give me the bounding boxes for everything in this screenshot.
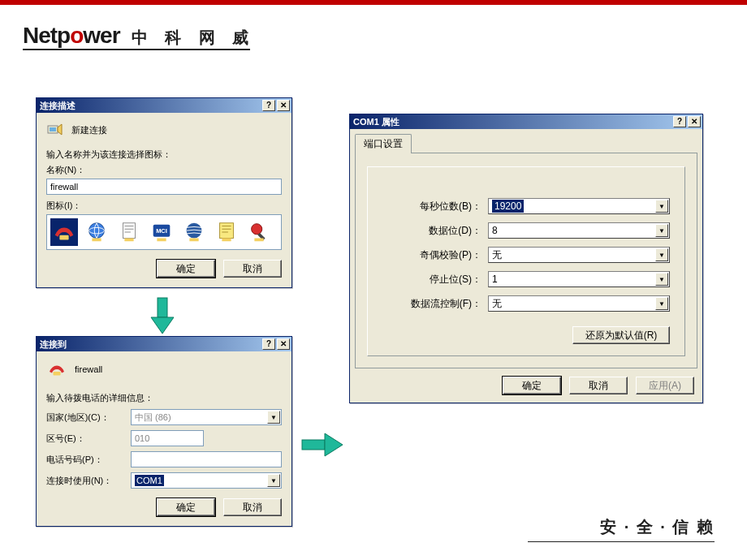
area-input[interactable] xyxy=(131,430,204,446)
prompt-text: 输入待拨电话的详细信息： xyxy=(46,392,282,404)
databits-label: 数据位(D)： xyxy=(382,224,488,238)
svg-marker-22 xyxy=(325,433,343,456)
restore-row: 还原为默认值(R) xyxy=(382,326,670,344)
bps-value: 19200 xyxy=(492,200,524,213)
icon-option-doc[interactable] xyxy=(115,218,143,246)
phone-row: 电话号码(P)： xyxy=(46,451,282,467)
name-label: 名称(N)： xyxy=(46,164,282,176)
icon-option-mag[interactable] xyxy=(245,218,273,246)
dialog-com1-properties: COM1 属性 ? ✕ 端口设置 每秒位数(B)： 19200 ▼ xyxy=(349,114,703,403)
brand-net-part2: wer xyxy=(83,23,119,48)
ok-button[interactable]: 确定 xyxy=(503,377,561,394)
databits-select[interactable]: 8 ▼ xyxy=(488,222,670,239)
bps-label: 每秒位数(B)： xyxy=(382,200,488,213)
prompt-text: 输入名称并为该连接选择图标： xyxy=(46,149,282,161)
button-row: 确定 取消 应用(A) xyxy=(350,373,702,403)
connection-name: firewall xyxy=(75,364,102,374)
stopbits-label: 停止位(S)： xyxy=(382,273,488,286)
chevron-down-icon[interactable]: ▼ xyxy=(655,273,668,286)
cancel-button[interactable]: 取消 xyxy=(223,498,282,516)
svg-rect-7 xyxy=(124,239,133,242)
chevron-down-icon[interactable]: ▼ xyxy=(655,224,668,237)
databits-value: 8 xyxy=(492,225,498,236)
help-button[interactable]: ? xyxy=(262,338,275,350)
svg-rect-18 xyxy=(158,298,167,317)
arrow-right-icon xyxy=(300,429,346,461)
country-row: 国家(地区)(C)： 中国 (86) ▼ xyxy=(46,409,282,425)
dialog-title: 连接到 xyxy=(40,338,261,351)
stopbits-select[interactable]: 1 ▼ xyxy=(488,271,670,287)
close-button[interactable]: ✕ xyxy=(277,338,290,350)
icon-picker[interactable]: MCI xyxy=(46,214,282,250)
chevron-down-icon[interactable]: ▼ xyxy=(655,248,668,261)
ok-button[interactable]: 确定 xyxy=(157,260,215,278)
svg-rect-20 xyxy=(54,372,61,376)
parity-select[interactable]: 无 ▼ xyxy=(488,247,670,263)
close-button[interactable]: ✕ xyxy=(277,100,290,111)
area-label: 区号(E)： xyxy=(46,433,124,445)
bps-row: 每秒位数(B)： 19200 ▼ xyxy=(382,198,670,214)
restore-defaults-button[interactable]: 还原为默认值(R) xyxy=(572,326,670,344)
ok-button[interactable]: 确定 xyxy=(157,498,215,516)
phone-label: 电话号码(P)： xyxy=(46,454,124,466)
svg-rect-1 xyxy=(50,127,56,131)
svg-rect-6 xyxy=(123,223,136,239)
country-label: 国家(地区)(C)： xyxy=(46,411,124,424)
databits-row: 数据位(D)： 8 ▼ xyxy=(382,222,670,239)
svg-rect-10 xyxy=(157,239,166,242)
icon-option-mci[interactable]: MCI xyxy=(148,218,175,246)
svg-point-15 xyxy=(252,224,262,235)
svg-text:MCI: MCI xyxy=(156,227,167,235)
slide: Netpower 中 科 网 威 连接描述 ? ✕ 新建连接 输入名称并为该连接… xyxy=(0,0,747,560)
flow-select[interactable]: 无 ▼ xyxy=(488,295,670,312)
titlebar[interactable]: 连接到 ? ✕ xyxy=(37,337,291,351)
footer: 安 · 全 · 信 赖 xyxy=(528,516,715,543)
icon-option-phone-red[interactable] xyxy=(50,218,78,246)
icon-option-att[interactable] xyxy=(180,218,208,246)
cancel-button[interactable]: 取消 xyxy=(569,377,628,394)
connect-using-value: COM1 xyxy=(135,475,164,486)
tab-port-settings[interactable]: 端口设置 xyxy=(355,134,412,153)
help-button[interactable]: ? xyxy=(262,100,275,111)
parity-label: 奇偶校验(P)： xyxy=(382,248,488,262)
help-button[interactable]: ? xyxy=(673,116,686,127)
chevron-down-icon[interactable]: ▼ xyxy=(267,411,280,424)
chevron-down-icon[interactable]: ▼ xyxy=(267,474,280,487)
flow-label: 数据流控制(F)： xyxy=(382,297,488,311)
parity-row: 奇偶校验(P)： 无 ▼ xyxy=(382,247,670,263)
brand-o: o xyxy=(70,23,83,48)
chevron-down-icon[interactable]: ▼ xyxy=(655,200,668,213)
titlebar[interactable]: 连接描述 ? ✕ xyxy=(37,98,291,113)
connection-name-row: firewall xyxy=(46,360,282,381)
dialog-title: COM1 属性 xyxy=(353,116,671,128)
footer-text: 安 · 全 · 信 赖 xyxy=(528,516,715,538)
name-input[interactable] xyxy=(46,179,282,195)
svg-marker-19 xyxy=(151,317,174,334)
close-button[interactable]: ✕ xyxy=(688,116,701,127)
svg-rect-21 xyxy=(302,440,325,450)
new-connection-icon xyxy=(46,121,64,140)
svg-rect-14 xyxy=(222,239,231,242)
icon-option-note[interactable] xyxy=(213,218,240,246)
footer-underline xyxy=(528,541,715,543)
brand-net-part1: Netp xyxy=(23,23,70,48)
brand-logo: Netpower xyxy=(23,23,120,49)
icon-option-globe[interactable] xyxy=(83,218,110,246)
svg-point-3 xyxy=(89,223,105,239)
dialog-body: 新建连接 输入名称并为该连接选择图标： 名称(N)： 图标(I)： MCI xyxy=(37,113,291,287)
dialog-connection-description: 连接描述 ? ✕ 新建连接 输入名称并为该连接选择图标： 名称(N)： 图标(I… xyxy=(36,97,292,288)
flow-value: 无 xyxy=(492,297,502,311)
titlebar[interactable]: COM1 属性 ? ✕ xyxy=(350,114,702,129)
phone-input[interactable] xyxy=(131,451,282,467)
apply-button[interactable]: 应用(A) xyxy=(636,377,694,394)
stopbits-value: 1 xyxy=(492,274,498,285)
parity-value: 无 xyxy=(492,248,502,262)
country-select[interactable]: 中国 (86) ▼ xyxy=(131,409,282,425)
bps-select[interactable]: 19200 ▼ xyxy=(488,198,670,214)
connect-using-select[interactable]: COM1 ▼ xyxy=(131,472,282,489)
svg-rect-13 xyxy=(220,223,234,239)
svg-rect-12 xyxy=(189,239,198,242)
arrow-down-icon xyxy=(146,296,179,337)
cancel-button[interactable]: 取消 xyxy=(223,260,282,278)
chevron-down-icon[interactable]: ▼ xyxy=(655,297,668,310)
